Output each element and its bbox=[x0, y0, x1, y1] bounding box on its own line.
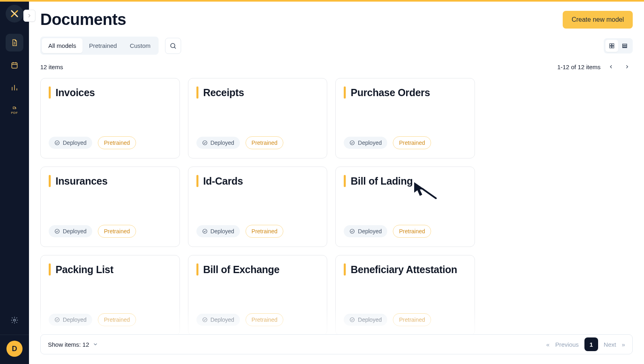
model-card[interactable]: Id-Cards Deployed Pretrained bbox=[188, 167, 328, 247]
sidebar-divider bbox=[0, 335, 29, 335]
check-circle-icon bbox=[202, 228, 208, 234]
nav-documents[interactable] bbox=[6, 34, 23, 51]
sidebar: PDF D bbox=[0, 0, 29, 364]
show-items-dropdown[interactable]: Show items: 12 bbox=[48, 341, 98, 348]
pager-first[interactable]: « bbox=[546, 341, 549, 348]
chevron-down-icon bbox=[93, 341, 98, 347]
tab-all-models[interactable]: All models bbox=[42, 38, 83, 53]
nav-analytics[interactable] bbox=[6, 79, 23, 97]
check-circle-icon bbox=[202, 140, 208, 146]
status-badge-deployed: Deployed bbox=[344, 137, 387, 149]
svg-rect-7 bbox=[623, 44, 627, 45]
check-circle-icon bbox=[54, 140, 60, 146]
svg-point-10 bbox=[55, 141, 60, 145]
check-circle-icon bbox=[349, 140, 355, 146]
card-title: Beneficiary Attestation bbox=[351, 264, 457, 276]
card-title: Id-Cards bbox=[203, 175, 243, 187]
model-card[interactable]: Insurances Deployed Pretrained bbox=[40, 167, 180, 247]
pdf-icon-label: PDF bbox=[11, 111, 18, 115]
card-accent bbox=[196, 175, 198, 187]
card-accent bbox=[196, 263, 198, 276]
model-card[interactable]: Purchase Orders Deployed Pretrained bbox=[335, 78, 475, 158]
pager-current-page[interactable]: 1 bbox=[584, 337, 598, 351]
grid-icon bbox=[609, 43, 615, 49]
status-badge-deployed: Deployed bbox=[49, 225, 92, 237]
svg-point-1 bbox=[14, 319, 16, 321]
items-count: 12 items bbox=[40, 64, 63, 70]
search-button[interactable] bbox=[165, 38, 181, 54]
pager-next[interactable]: Next bbox=[604, 341, 616, 348]
cards-grid: Invoices Deployed Pretrained Receipts De… bbox=[40, 78, 475, 335]
card-title: Packing List bbox=[56, 264, 114, 276]
check-circle-icon bbox=[202, 317, 208, 323]
model-card[interactable]: Invoices Deployed Pretrained bbox=[40, 78, 180, 158]
card-title: Receipts bbox=[203, 87, 244, 99]
status-badge-deployed: Deployed bbox=[49, 137, 92, 149]
card-accent bbox=[49, 175, 51, 187]
model-card[interactable]: Bill of Exchange Deployed Pretrained bbox=[188, 255, 328, 335]
main-content: Documents Create new model All models Pr… bbox=[29, 2, 644, 364]
range-prev-button[interactable] bbox=[605, 61, 617, 72]
svg-point-12 bbox=[350, 141, 355, 145]
list-icon bbox=[621, 43, 628, 49]
svg-point-14 bbox=[202, 229, 207, 234]
tag-pretrained: Pretrained bbox=[246, 136, 284, 149]
svg-rect-9 bbox=[623, 47, 627, 47]
status-badge-deployed: Deployed bbox=[196, 225, 240, 237]
model-card[interactable]: Beneficiary Attestation Deployed Pretrai… bbox=[335, 255, 475, 335]
model-card[interactable]: Bill of Lading Deployed Pretrained bbox=[335, 167, 475, 247]
card-accent bbox=[49, 86, 51, 99]
pager-previous[interactable]: Previous bbox=[555, 341, 578, 348]
tab-custom[interactable]: Custom bbox=[123, 38, 157, 53]
card-accent bbox=[344, 263, 346, 276]
avatar[interactable]: D bbox=[6, 341, 23, 357]
brand-logo[interactable] bbox=[6, 5, 23, 23]
card-title: Bill of Exchange bbox=[203, 264, 280, 276]
svg-point-16 bbox=[55, 318, 60, 322]
pagination-bar: Show items: 12 « Previous 1 Next » bbox=[40, 334, 633, 354]
view-list-button[interactable] bbox=[618, 40, 631, 52]
svg-point-2 bbox=[171, 43, 175, 48]
tag-pretrained: Pretrained bbox=[98, 225, 136, 238]
check-circle-icon bbox=[349, 317, 355, 323]
view-grid-button[interactable] bbox=[605, 40, 618, 52]
nav-calendar[interactable] bbox=[6, 56, 23, 74]
top-accent-bar bbox=[0, 0, 644, 2]
tag-pretrained: Pretrained bbox=[246, 225, 284, 238]
model-filter-tabs: All models Pretrained Custom bbox=[40, 37, 159, 55]
tag-pretrained: Pretrained bbox=[246, 313, 284, 326]
model-card[interactable]: Packing List Deployed Pretrained bbox=[40, 255, 180, 335]
nav-settings[interactable] bbox=[6, 311, 23, 329]
pager-last[interactable]: » bbox=[622, 341, 625, 348]
check-circle-icon bbox=[349, 228, 355, 234]
view-switch bbox=[604, 38, 633, 53]
tag-pretrained: Pretrained bbox=[98, 136, 136, 149]
svg-point-11 bbox=[202, 141, 207, 145]
card-accent bbox=[344, 175, 346, 187]
svg-rect-6 bbox=[612, 46, 614, 48]
sidebar-expand-button[interactable] bbox=[23, 10, 35, 22]
status-badge-deployed: Deployed bbox=[196, 314, 240, 326]
create-new-model-button[interactable]: Create new model bbox=[563, 11, 633, 29]
card-title: Bill of Lading bbox=[351, 175, 413, 187]
svg-rect-4 bbox=[612, 43, 614, 45]
status-badge-deployed: Deployed bbox=[196, 137, 240, 149]
tab-pretrained[interactable]: Pretrained bbox=[83, 38, 123, 53]
svg-point-17 bbox=[202, 318, 207, 322]
card-title: Insurances bbox=[56, 175, 107, 187]
status-badge-deployed: Deployed bbox=[49, 314, 92, 326]
search-icon bbox=[169, 42, 177, 49]
status-badge-deployed: Deployed bbox=[344, 314, 387, 326]
svg-rect-5 bbox=[610, 46, 612, 48]
svg-point-18 bbox=[350, 318, 355, 322]
range-next-button[interactable] bbox=[621, 61, 633, 72]
check-circle-icon bbox=[54, 228, 60, 234]
svg-point-13 bbox=[55, 229, 60, 234]
items-range: 1-12 of 12 items bbox=[557, 64, 601, 70]
svg-rect-8 bbox=[623, 45, 627, 47]
nav-pdf[interactable]: PDF bbox=[6, 101, 23, 119]
card-title: Purchase Orders bbox=[351, 87, 430, 99]
svg-rect-3 bbox=[610, 43, 612, 45]
card-accent bbox=[196, 86, 198, 99]
model-card[interactable]: Receipts Deployed Pretrained bbox=[188, 78, 328, 158]
